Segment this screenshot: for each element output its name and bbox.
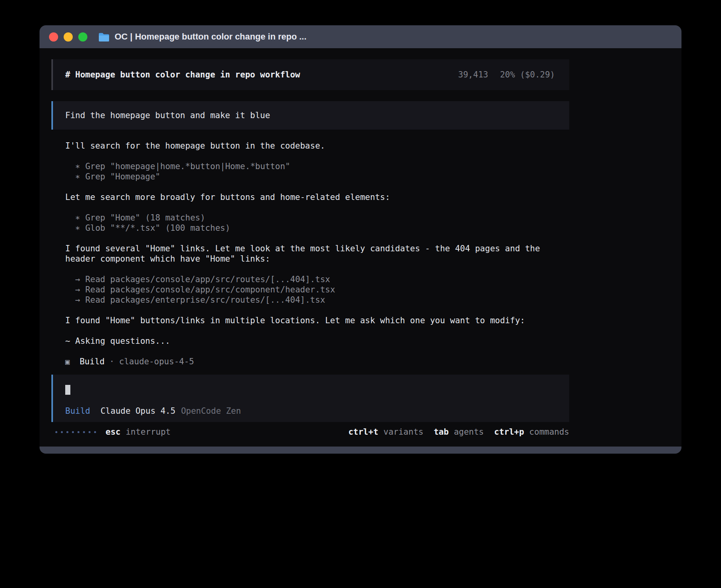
- read-arrow-icon: →: [75, 285, 80, 295]
- input-mode-row: Build Claude Opus 4.5 OpenCode Zen: [65, 406, 557, 416]
- traffic-lights: [49, 32, 87, 41]
- tool-asterisk-icon: ∗: [75, 172, 80, 182]
- prompt-input[interactable]: Build Claude Opus 4.5 OpenCode Zen: [51, 375, 569, 422]
- assistant-text: I found "Home" buttons/links in multiple…: [51, 315, 542, 326]
- agent-square-icon: ▣: [65, 356, 70, 367]
- mode-indicator[interactable]: Build: [65, 406, 90, 416]
- tool-call-glob: ∗Glob "**/*.tsx" (100 matches): [51, 223, 542, 233]
- tool-call-grep: ∗Grep "homepage|home.*button|Home.*butto…: [51, 161, 542, 172]
- commands-hint: ctrl+p commands: [494, 427, 569, 437]
- agent-name: Build: [79, 356, 104, 367]
- tool-call-read: →Read packages/console/app/src/routes/[.…: [51, 274, 542, 285]
- close-button[interactable]: [49, 32, 58, 41]
- user-message-text: Find the homepage button and make it blu…: [65, 111, 270, 120]
- provider-name: OpenCode Zen: [181, 406, 241, 416]
- assistant-text: I found several "Home" links. Let me loo…: [51, 243, 542, 264]
- read-arrow-icon: →: [75, 295, 80, 305]
- esc-key: esc: [106, 427, 121, 437]
- assistant-transcript: I'll search for the homepage button in t…: [51, 141, 569, 367]
- agents-hint: tab agents: [434, 427, 484, 437]
- terminal-window: OC | Homepage button color change in rep…: [40, 25, 681, 454]
- session-title: # Homepage button color change in repo w…: [65, 70, 300, 79]
- terminal-content[interactable]: # Homepage button color change in repo w…: [40, 48, 681, 447]
- status-line: ~ Asking questions...: [51, 336, 542, 346]
- tool-call-read: →Read packages/enterprise/src/routes/[..…: [51, 295, 542, 305]
- tab-key: tab: [434, 427, 449, 437]
- tool-call-read: →Read packages/console/app/src/component…: [51, 285, 542, 295]
- zoom-button[interactable]: [78, 32, 87, 41]
- spinner-dots-icon: [55, 431, 96, 433]
- status-bar: esc interrupt ctrl+t variants tab agents…: [51, 427, 569, 437]
- tool-asterisk-icon: ∗: [75, 161, 80, 172]
- variants-hint: ctrl+t variants: [348, 427, 423, 437]
- context-usage: 20% ($0.29): [500, 70, 555, 79]
- agent-separator: ·: [109, 356, 115, 367]
- assistant-text: I'll search for the homepage button in t…: [51, 141, 542, 151]
- read-arrow-icon: →: [75, 274, 80, 285]
- agent-model: claude-opus-4-5: [119, 356, 194, 367]
- ctrl-t-key: ctrl+t: [348, 427, 378, 437]
- window-title: OC | Homepage button color change in rep…: [115, 32, 306, 42]
- interrupt-hint: esc interrupt: [106, 427, 171, 437]
- ctrl-p-key: ctrl+p: [494, 427, 524, 437]
- tool-asterisk-icon: ∗: [75, 223, 80, 233]
- token-count: 39,413: [458, 70, 488, 79]
- agent-badge: ▣ Build · claude-opus-4-5: [51, 356, 569, 367]
- titlebar: OC | Homepage button color change in rep…: [40, 25, 681, 48]
- minimize-button[interactable]: [64, 32, 73, 41]
- session-header: # Homepage button color change in repo w…: [51, 59, 569, 90]
- assistant-text: Let me search more broadly for buttons a…: [51, 192, 542, 202]
- tool-asterisk-icon: ∗: [75, 213, 80, 223]
- text-cursor: [65, 385, 70, 395]
- model-name: Claude Opus 4.5: [100, 406, 176, 416]
- tool-call-grep: ∗Grep "Homepage": [51, 172, 542, 182]
- tool-call-grep: ∗Grep "Home" (18 matches): [51, 213, 542, 223]
- user-message: Find the homepage button and make it blu…: [51, 101, 569, 130]
- folder-icon: [98, 32, 109, 41]
